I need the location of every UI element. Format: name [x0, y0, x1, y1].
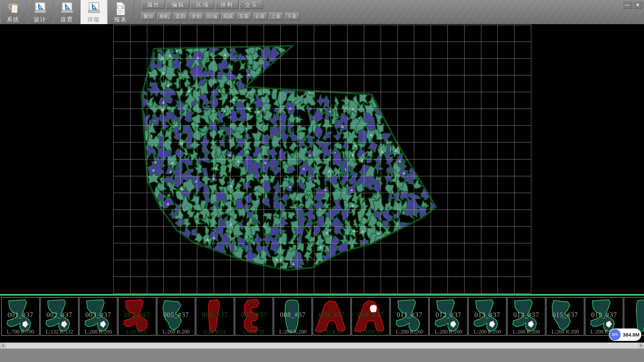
- piece-name: 013_#37: [469, 311, 506, 319]
- piece-lr-count: L:200 R:200: [469, 329, 506, 335]
- scroll-right-button[interactable]: ›: [638, 343, 644, 349]
- memory-size-label: 384.8M: [621, 332, 641, 338]
- piece-lr-count: L:21 R:21: [196, 329, 234, 335]
- piece-lr-count: L:200 R:200: [507, 329, 545, 335]
- piece-lr-count: L:31 R:31: [235, 329, 273, 335]
- piece-lr-count: L:31 R:31: [118, 329, 156, 335]
- tool-button-4[interactable]: 全割: [189, 12, 204, 20]
- piece-thumbnail-11[interactable]: 011_#37L:200 R:200: [390, 297, 429, 336]
- toolbar: 系统设计设置排版报表 属性编辑区域排料交互 聚排相机选割全割区域瑕疵左靠右靠上靠…: [0, 0, 644, 24]
- piece-name: 016_#37: [585, 311, 623, 319]
- piece-name: 010_#37: [352, 311, 389, 319]
- scrollbar-track[interactable]: [6, 343, 638, 349]
- piece-thumbnail-6[interactable]: 006_#37L:21 R:21: [196, 297, 234, 336]
- tool-button-1[interactable]: 聚排: [141, 12, 156, 20]
- app-window: 系统设计设置排版报表 属性编辑区域排料交互 聚排相机选割全割区域瑕疵左靠右靠上靠…: [0, 0, 644, 362]
- piece-lr-count: L:200 R:200: [391, 329, 428, 335]
- progress-indicator: 38% 384.8M: [609, 328, 641, 341]
- nesting-canvas[interactable]: [0, 24, 644, 295]
- piece-lr-count: L:33 R:33: [352, 329, 389, 335]
- menu-button-1[interactable]: 属性: [142, 1, 165, 9]
- tab-label: 排版: [80, 16, 107, 23]
- piece-thumbnail-10[interactable]: 010_#37L:33 R:33: [352, 297, 390, 336]
- piece-thumbnail-5[interactable]: 005_#37L:200 R:200: [157, 297, 195, 336]
- piece-thumbnail-2[interactable]: 002_#37L:132 R:132: [40, 297, 78, 336]
- progress-percent-badge: 38%: [609, 329, 621, 341]
- tab-label: 报表: [107, 16, 134, 23]
- piece-thumbnail-12[interactable]: 012_#37L:200 R:200: [429, 297, 468, 336]
- piece-name: 014_#37: [507, 311, 545, 319]
- tab-layout-ruler[interactable]: 排版: [80, 0, 107, 24]
- tab-label: 设计: [27, 16, 53, 23]
- report-doc-icon: [107, 0, 134, 16]
- piece-thumbnail-15[interactable]: 015_#37L:200 R:200: [546, 297, 584, 336]
- tool-button-5[interactable]: 区域: [205, 12, 220, 20]
- piece-thumbnail-1[interactable]: 001_#37L:700 R:700: [1, 297, 40, 336]
- tool-button-9[interactable]: 上靠: [269, 12, 283, 20]
- tab-settings-ruler[interactable]: 设置: [54, 0, 80, 24]
- piece-thumbnail-8[interactable]: 008_#37L:200 R:200: [274, 297, 312, 336]
- piece-thumbnail-3[interactable]: 003_#37L:200 R:200: [79, 297, 117, 336]
- layout-ruler-icon: [80, 0, 107, 16]
- settings-ruler-icon: [54, 0, 80, 16]
- piece-thumbnail-14[interactable]: 014_#37L:200 R:200: [507, 297, 545, 336]
- menu-button-4[interactable]: 排料: [215, 1, 238, 9]
- menu-button-5[interactable]: 交互: [239, 1, 263, 9]
- piece-lr-count: L:200 R:200: [79, 329, 117, 335]
- tool-button-10[interactable]: 下靠: [285, 12, 300, 20]
- piece-lr-count: L:200 R:200: [430, 329, 467, 335]
- piece-name: 001_#37: [2, 311, 39, 319]
- tool-button-6[interactable]: 瑕疵: [221, 12, 236, 20]
- close-button[interactable]: ✕: [633, 1, 643, 9]
- tab-design-ruler[interactable]: 设计: [27, 0, 54, 24]
- tool-button-7[interactable]: 左靠: [237, 12, 252, 20]
- design-ruler-icon: [27, 0, 53, 16]
- piece-name: 006_#37: [196, 311, 234, 319]
- piece-lr-count: L:32 R:31: [313, 329, 351, 335]
- tab-label: 设置: [54, 16, 80, 23]
- piece-name: 012_#37: [430, 311, 467, 319]
- piece-thumbnail-13[interactable]: 013_#37L:200 R:200: [468, 297, 506, 336]
- piece-name: 003_#37: [79, 311, 117, 319]
- tab-system-gear[interactable]: 系统: [0, 0, 27, 24]
- piece-thumbnail-7[interactable]: 007_#37L:31 R:31: [235, 297, 273, 336]
- pieces-strip: 001_#37L:700 R:700002_#37L:132 R:132003_…: [0, 294, 644, 343]
- strip-separator-line: [0, 294, 644, 296]
- status-bar: [0, 349, 644, 362]
- piece-name: 007_#37: [235, 311, 273, 319]
- minimize-button[interactable]: —: [623, 1, 632, 9]
- tab-label: 系统: [0, 16, 26, 23]
- scroll-left-button[interactable]: ‹: [0, 343, 6, 349]
- tool-button-8[interactable]: 右靠: [253, 12, 268, 20]
- piece-lr-count: L:200 R:200: [546, 329, 584, 335]
- piece-lr-count: L:700 R:700: [2, 329, 39, 335]
- scrollbar-thumb[interactable]: [6, 343, 638, 349]
- piece-name: 008_#37: [274, 311, 312, 319]
- tab-report-doc[interactable]: 报表: [107, 0, 134, 24]
- tool-button-3[interactable]: 选割: [173, 12, 188, 20]
- piece-name: 002_#37: [41, 311, 78, 319]
- system-gear-icon: [0, 0, 26, 16]
- piece-name: 005_#37: [157, 311, 195, 319]
- piece-lr-count: L:132 R:132: [41, 329, 78, 335]
- piece-name: 009_#37: [313, 311, 351, 319]
- tool-button-2[interactable]: 相机: [157, 12, 172, 20]
- piece-thumbnails: 001_#37L:700 R:700002_#37L:132 R:132003_…: [1, 297, 644, 336]
- piece-lr-count: L:200 R:200: [274, 329, 312, 335]
- nesting-canvas-area[interactable]: [0, 24, 644, 295]
- menu-button-2[interactable]: 编辑: [166, 1, 190, 9]
- piece-name: 011_#37: [391, 311, 428, 319]
- piece-lr-count: L:200 R:200: [157, 329, 195, 335]
- menu-button-3[interactable]: 区域: [191, 1, 214, 9]
- piece-thumbnail-9[interactable]: 009_#37L:32 R:31: [313, 297, 351, 336]
- piece-name: 015_#37: [546, 311, 584, 319]
- piece-name: 004_#37: [118, 311, 156, 319]
- piece-thumbnail-4[interactable]: 004_#37L:31 R:31: [118, 297, 156, 336]
- horizontal-scrollbar[interactable]: ‹ ›: [0, 343, 644, 349]
